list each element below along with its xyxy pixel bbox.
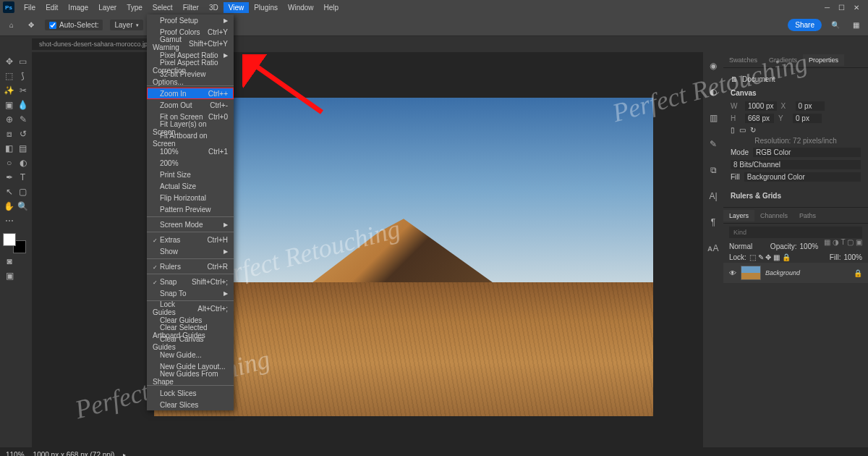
maximize-icon[interactable]: ☐: [838, 4, 845, 12]
stamp-tool[interactable]: ⧈: [3, 127, 15, 140]
height-input[interactable]: 668 px: [745, 114, 774, 123]
menu-item-snap[interactable]: ✓SnapShift+Ctrl+;: [147, 276, 234, 287]
menu-item-pattern-preview[interactable]: Pattern Preview: [147, 203, 234, 215]
brush-tool[interactable]: ✎: [17, 113, 29, 126]
adjustments-icon[interactable]: ◐: [707, 85, 720, 98]
y-input[interactable]: 0 px: [793, 114, 822, 123]
marquee-tool[interactable]: ⬚: [3, 69, 15, 83]
menu-item-actual-size[interactable]: Actual Size: [147, 180, 234, 192]
clone-panel-icon[interactable]: ⧉: [707, 164, 720, 177]
brush-panel-icon[interactable]: ✎: [707, 138, 720, 151]
history-brush[interactable]: ↺: [17, 127, 29, 140]
paragraph-icon[interactable]: ¶: [707, 216, 720, 229]
menu-edit[interactable]: Edit: [41, 2, 63, 13]
tab-layers[interactable]: Layers: [723, 210, 754, 221]
tab-paths[interactable]: Paths: [793, 210, 822, 221]
heal-tool[interactable]: ⊕: [3, 113, 15, 126]
menu-filter[interactable]: Filter: [178, 2, 204, 13]
menu-layer[interactable]: Layer: [93, 2, 122, 13]
menu-item-screen-mode[interactable]: Screen Mode▶: [147, 219, 234, 230]
gradient-tool[interactable]: ▤: [17, 142, 29, 155]
minimize-icon[interactable]: ─: [825, 4, 830, 12]
tab-channels[interactable]: Channels: [754, 210, 793, 221]
move-tool[interactable]: ✥: [3, 55, 15, 68]
crop-tool[interactable]: ✂: [17, 84, 29, 97]
shape-tool[interactable]: ▢: [17, 185, 29, 198]
more-tools[interactable]: ⋯: [3, 214, 16, 227]
menu-image[interactable]: Image: [63, 2, 93, 13]
hand-tool[interactable]: ✋: [3, 200, 15, 213]
menu-window[interactable]: Window: [283, 2, 319, 13]
eyedrop-tool[interactable]: 💧: [17, 98, 29, 111]
menu-item-flip-horizontal[interactable]: Flip Horizontal: [147, 192, 234, 203]
layer-select[interactable]: Layer ▾: [110, 20, 142, 30]
rotate-icon[interactable]: ↻: [750, 126, 756, 134]
color-panel-icon[interactable]: ◉: [707, 59, 720, 72]
menu-file[interactable]: File: [19, 2, 41, 13]
layer-thumbnail[interactable]: [741, 266, 761, 280]
menu-view[interactable]: View: [224, 2, 250, 13]
menu-item-extras[interactable]: ✓ExtrasCtrl+H: [147, 234, 234, 245]
menu-item-lock-slices[interactable]: Lock Slices: [147, 387, 234, 399]
toolbox: ✥▭ ⬚⟆ ✨✂ ▣💧 ⊕✎ ⧈↺ ◧▤ ○◐ ✒T ↖▢ ✋🔍 ⋯ ◙ ▣: [0, 52, 32, 447]
app-logo: Ps: [3, 1, 14, 13]
color-swatches[interactable]: [3, 233, 26, 253]
tab-swatches[interactable]: Swatches: [723, 54, 763, 66]
menu-item-zoom-in[interactable]: Zoom InCtrl++: [147, 88, 234, 99]
search-icon[interactable]: 🔍: [829, 19, 842, 32]
close-icon[interactable]: ✕: [854, 4, 859, 12]
menu-plugins[interactable]: Plugins: [249, 2, 283, 13]
home-icon[interactable]: ⌂: [6, 20, 17, 31]
frame-tool[interactable]: ▣: [3, 98, 15, 111]
visibility-icon[interactable]: 👁: [729, 269, 736, 277]
mode-select[interactable]: RGB Color: [753, 148, 861, 157]
menu-3d[interactable]: 3D: [204, 2, 224, 13]
zoom-level[interactable]: 110%: [6, 451, 25, 457]
menu-item-proof-setup[interactable]: Proof Setup▶: [147, 14, 234, 26]
menu-item-snap-to[interactable]: Snap To▶: [147, 287, 234, 299]
menu-item-lock-guides[interactable]: Lock GuidesAlt+Ctrl+;: [147, 303, 234, 314]
menu-item-rulers[interactable]: ✓RulersCtrl+R: [147, 261, 234, 272]
lock-icon[interactable]: 🔒: [854, 269, 862, 277]
glyphs-icon[interactable]: ᴀA: [707, 242, 720, 255]
eraser-tool[interactable]: ◧: [3, 142, 15, 155]
blur-tool[interactable]: ○: [3, 156, 15, 169]
dodge-tool[interactable]: ◐: [17, 156, 29, 169]
libraries-icon[interactable]: ▥: [707, 111, 720, 124]
layer-row[interactable]: 👁 Background 🔒: [723, 263, 868, 283]
path-tool[interactable]: ↖: [3, 185, 15, 198]
auto-select-toggle[interactable]: Auto-Select:: [45, 20, 103, 30]
width-input[interactable]: 1000 px: [745, 101, 777, 111]
fill-select[interactable]: Background Color: [744, 172, 861, 182]
move-tool-icon[interactable]: ✥: [25, 19, 38, 32]
wand-tool[interactable]: ✨: [3, 84, 15, 97]
menu-type[interactable]: Type: [122, 2, 148, 13]
layer-search[interactable]: [729, 227, 862, 238]
pen-tool[interactable]: ✒: [3, 171, 15, 184]
blend-mode[interactable]: Normal: [729, 242, 767, 250]
share-button[interactable]: Share: [788, 19, 822, 31]
character-icon[interactable]: A|: [707, 190, 720, 203]
tab-properties[interactable]: Properties: [803, 54, 844, 66]
type-tool[interactable]: T: [17, 171, 29, 184]
orientation-landscape[interactable]: ▭: [739, 126, 746, 134]
svg-line-1: [250, 62, 322, 112]
menu-help[interactable]: Help: [319, 2, 344, 13]
bits-select[interactable]: 8 Bits/Channel: [731, 160, 861, 169]
menu-item-show[interactable]: Show▶: [147, 245, 234, 257]
x-input[interactable]: 0 px: [796, 101, 825, 111]
menu-item-200-[interactable]: 200%: [147, 157, 234, 169]
tab-gradients[interactable]: Gradients: [763, 54, 803, 66]
properties-panel: 🗎Document Canvas W1000 pxX0 px H668 pxY0…: [723, 68, 868, 207]
zoom-tool[interactable]: 🔍: [17, 200, 29, 213]
menu-item-zoom-out[interactable]: Zoom OutCtrl+-: [147, 99, 234, 111]
workspace-icon[interactable]: ▦: [849, 19, 862, 32]
menu-item-print-size[interactable]: Print Size: [147, 169, 234, 180]
lasso-tool[interactable]: ⟆: [17, 69, 29, 83]
quickmask-tool[interactable]: ◙: [3, 255, 16, 268]
menu-item-gamut-warning[interactable]: Gamut WarningShift+Ctrl+Y: [147, 38, 234, 49]
orientation-portrait[interactable]: ▯: [731, 126, 735, 134]
artboard-tool[interactable]: ▭: [17, 55, 29, 68]
screenmode-tool[interactable]: ▣: [3, 269, 16, 282]
menu-select[interactable]: Select: [148, 2, 178, 13]
